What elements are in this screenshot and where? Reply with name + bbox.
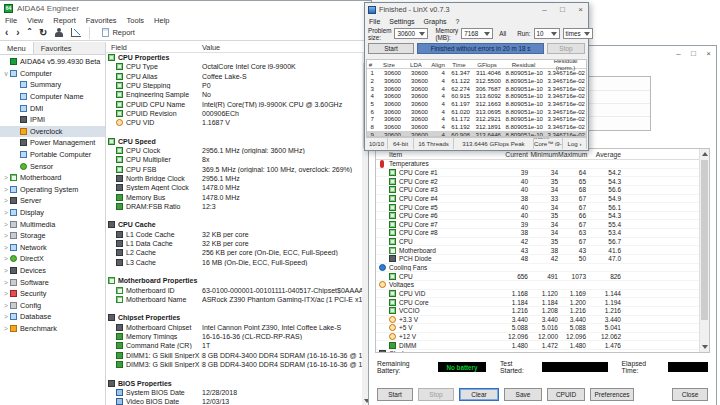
section-header-row[interactable]: BIOS Properties <box>106 378 362 387</box>
start-button[interactable]: Start <box>368 43 414 54</box>
tree-chevron-icon[interactable]: > <box>2 279 10 286</box>
sidebar-item-benchmark[interactable]: >Benchmark <box>0 323 105 335</box>
tree-chevron-icon[interactable]: > <box>2 290 10 297</box>
sidebar-item-overclock[interactable]: Overclock <box>0 126 105 138</box>
sidebar-item-summary[interactable]: Summary <box>0 79 105 91</box>
sensor-group-row[interactable]: Cooling Fans <box>376 264 709 273</box>
sidebar-item-database[interactable]: >Database <box>0 311 105 323</box>
sensor-row[interactable]: CPU VID1.1681.1201.1691.144 <box>376 290 709 299</box>
section-header-row[interactable]: CPU Cache <box>106 220 362 229</box>
stop-button[interactable]: Stop <box>418 388 454 401</box>
table-row[interactable]: Command Rate (CR)1T <box>106 341 362 350</box>
table-row[interactable]: CPU VID1.1687 V <box>106 118 362 127</box>
sensor-row[interactable]: +5 V5.0885.0165.0885.041 <box>376 324 709 333</box>
table-row[interactable]: CPU TypeOctalCore Intel Core i9-9900K <box>106 62 362 71</box>
sensor-row[interactable]: CPU Core #240356554.3 <box>376 177 709 186</box>
linx-menu-item-settings[interactable]: Settings <box>389 18 414 25</box>
linx-column-4[interactable]: Time <box>448 61 473 68</box>
maximize-icon[interactable]: □ <box>555 4 570 16</box>
table-row[interactable]: Engineering SampleNo <box>106 90 362 99</box>
table-row[interactable]: L1 Code Cache32 KB per core <box>106 230 362 239</box>
sensor-row[interactable]: CPU Core #838346353.4 <box>376 229 709 238</box>
run-count-select[interactable]: 10 <box>534 28 560 39</box>
tab-favorites[interactable]: Favorites <box>34 42 79 54</box>
sensor-row[interactable]: +12 V12.09612.00012.09612.062 <box>376 333 709 342</box>
menu-item-help[interactable]: Help <box>154 16 169 25</box>
linx-column-1[interactable]: Size <box>377 61 404 68</box>
sensor-row[interactable]: VCCIO1.2161.2081.2161.216 <box>376 307 709 316</box>
table-row[interactable]: CPUID Revision000906ECh <box>106 109 362 118</box>
linx-menu-item-file[interactable]: File <box>369 18 380 25</box>
table-row[interactable]: Motherboard NameASRock Z390 Phantom Gami… <box>106 295 362 304</box>
sensor-row[interactable]: CPU Core #739346755.4 <box>376 220 709 229</box>
tree-chevron-icon[interactable]: > <box>2 302 10 309</box>
save-button[interactable]: Save <box>504 388 542 401</box>
sidebar-item-storage[interactable]: >Storage <box>0 230 105 242</box>
menu-item-view[interactable]: View <box>27 16 43 25</box>
table-row[interactable]: Video BIOS Date12/03/13 <box>106 397 362 405</box>
section-header-row[interactable]: CPU Speed <box>106 137 362 146</box>
run-units-select[interactable]: times <box>563 28 593 39</box>
linx-titlebar[interactable]: Finished - LinX v0.7.3 – □ × <box>365 3 588 16</box>
stop-button[interactable]: Stop <box>547 43 585 54</box>
tree-chevron-icon[interactable]: > <box>2 255 10 262</box>
menu-item-tools[interactable]: Tools <box>127 16 145 25</box>
sidebar-item-network[interactable]: >Network <box>0 242 105 254</box>
linx-menu-item-graphs[interactable]: Graphs <box>424 18 447 25</box>
sensor-row[interactable]: CPU Core #640356654.3 <box>376 212 709 221</box>
sensor-group-row[interactable]: Voltages <box>376 281 709 290</box>
linx-column-2[interactable]: LDA <box>404 61 431 68</box>
sidebar-item-directx[interactable]: >DirectX <box>0 253 105 265</box>
tree-chevron-icon[interactable]: > <box>2 209 10 216</box>
all-label[interactable]: All <box>499 30 506 37</box>
preferences-button[interactable]: Preferences <box>590 388 634 401</box>
tree-chevron-icon[interactable]: v <box>2 70 10 77</box>
table-row[interactable]: North Bridge Clock2956.1 MHz <box>106 174 362 183</box>
linx-result-row[interactable]: 83060030600461.192312.18918.809051e-103.… <box>367 123 586 131</box>
minimize-icon[interactable]: – <box>537 4 552 16</box>
sensor-group-row[interactable]: Clocks <box>376 350 709 353</box>
table-row[interactable]: Motherboard ID63-0100-000001-00101111-04… <box>106 285 362 294</box>
start-button[interactable]: Start <box>377 388 413 401</box>
refresh-icon[interactable]: ↻ <box>39 27 47 39</box>
forward-icon[interactable]: › <box>16 27 19 39</box>
close-icon[interactable]: × <box>701 48 716 60</box>
table-row[interactable]: L2 Cache256 KB per core (On-Die, ECC, Fu… <box>106 248 362 257</box>
linx-column-0[interactable]: # <box>367 61 377 68</box>
table-row[interactable]: CPUID CPU NameIntel(R) Core(TM) i9-9900K… <box>106 99 362 108</box>
sidebar-item-power-management[interactable]: Power Management <box>0 137 105 149</box>
linx-column-3[interactable]: Align <box>431 61 448 68</box>
table-row[interactable]: System BIOS Date12/28/2018 <box>106 388 362 397</box>
problem-size-select[interactable]: 30600 <box>394 28 428 39</box>
sidebar-item-computer[interactable]: vComputer <box>0 68 105 80</box>
tree-chevron-icon[interactable]: > <box>2 232 10 239</box>
sensor-row[interactable]: DIMM1.4801.4721.4801.476 <box>376 341 709 350</box>
table-row[interactable]: L3 Cache16 MB (On-Die, ECC, Full-Speed) <box>106 258 362 267</box>
sidebar-item-ipmi[interactable]: IPMI <box>0 114 105 126</box>
linx-menu-item-help[interactable]: ? <box>456 18 460 25</box>
sensor-row[interactable]: CPU Core #139346454.2 <box>376 169 709 178</box>
tree-chevron-icon[interactable]: > <box>2 325 10 332</box>
statistics-scrollbar[interactable] <box>699 149 709 352</box>
linx-result-row[interactable]: 13060030600461.347311.40468.809051e-103.… <box>367 69 586 77</box>
maximize-icon[interactable]: □ <box>686 48 701 60</box>
table-row[interactable]: CPU Multiplier8x <box>106 155 362 164</box>
chart-icon[interactable] <box>71 28 81 37</box>
tree-chevron-icon[interactable]: > <box>2 174 10 181</box>
sidebar-item-display[interactable]: >Display <box>0 207 105 219</box>
table-row[interactable]: Motherboard ChipsetIntel Cannon Point Z3… <box>106 323 362 332</box>
section-header-row[interactable]: Motherboard Properties <box>106 276 362 285</box>
sidebar-item-multimedia[interactable]: >Multimedia <box>0 218 105 230</box>
tree-chevron-icon[interactable]: > <box>2 221 10 228</box>
sensor-row[interactable]: CPU Core #438336754.9 <box>376 195 709 204</box>
sidebar-item-dmi[interactable]: DMI <box>0 102 105 114</box>
menu-item-favorites[interactable]: Favorites <box>86 16 117 25</box>
scroll-down-icon[interactable] <box>702 345 708 349</box>
table-row[interactable]: DRAM:FSB Ratio12:3 <box>106 202 362 211</box>
tree-chevron-icon[interactable]: > <box>2 267 10 274</box>
menu-item-report[interactable]: Report <box>53 16 76 25</box>
table-row[interactable]: Memory Bus1478.0 MHz <box>106 192 362 201</box>
linx-result-row[interactable]: 53060030600461.197312.16638.809051e-103.… <box>367 100 586 108</box>
sidebar-item-sensor[interactable]: Sensor <box>0 160 105 172</box>
table-row[interactable]: CPU SteppingP0 <box>106 81 362 90</box>
